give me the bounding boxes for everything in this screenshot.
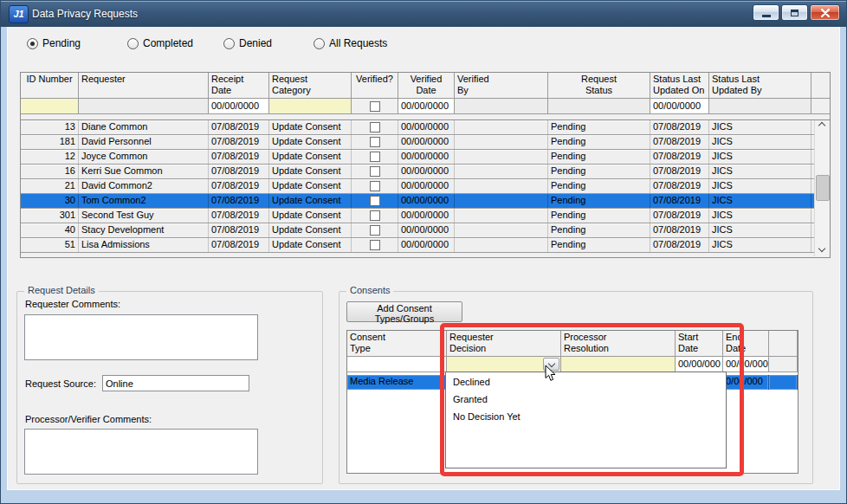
column-header[interactable]: Status Last Updated By <box>709 73 811 99</box>
cell <box>769 375 798 390</box>
cell: 07/08/2019 <box>209 165 269 178</box>
vertical-scrollbar[interactable] <box>814 120 829 256</box>
cell: David Personnel <box>79 135 209 149</box>
table-row[interactable]: 40Stacy Development07/08/2019Update Cons… <box>21 223 814 238</box>
column-header[interactable]: Processor Resolution <box>561 331 676 357</box>
cell <box>455 238 548 252</box>
column-header[interactable]: Receipt Date <box>209 73 269 99</box>
radio-circle-icon <box>223 38 235 49</box>
radio-option-denied[interactable]: Denied <box>223 37 272 49</box>
requester-decision-dropdown-button[interactable] <box>543 358 559 371</box>
scroll-down-button[interactable] <box>815 242 829 256</box>
filter-cell[interactable] <box>21 99 79 114</box>
titlebar[interactable]: J1 Data Privacy Requests <box>1 1 846 27</box>
add-consent-types-button[interactable]: Add Consent Types/Groups <box>346 301 462 322</box>
cell: 21 <box>21 179 79 193</box>
column-header[interactable]: Status Last Updated On <box>650 73 709 99</box>
column-header[interactable]: Requester Decision <box>447 331 561 357</box>
column-header[interactable]: End Date <box>723 331 769 357</box>
cell <box>352 194 398 208</box>
verified-checkbox[interactable] <box>370 240 380 250</box>
table-row[interactable]: 30Tom Common207/08/2019Update Consent00/… <box>21 194 814 209</box>
table-row[interactable]: 12Joyce Common07/08/2019Update Consent00… <box>21 150 814 165</box>
filter-cell[interactable]: 00/00/0000 <box>650 99 709 114</box>
column-header[interactable]: Start Date <box>676 331 723 357</box>
radio-option-pending[interactable]: Pending <box>27 37 81 49</box>
filter-cell[interactable]: 00/00/0000 <box>209 99 269 114</box>
column-header[interactable]: ID Number <box>21 73 79 99</box>
dropdown-option[interactable]: Granted <box>446 391 726 408</box>
dropdown-option[interactable]: No Decision Yet <box>446 408 726 425</box>
filter-cell[interactable] <box>347 357 447 372</box>
verified-checkbox[interactable] <box>370 152 380 162</box>
column-header[interactable]: Requester <box>79 73 209 99</box>
close-button[interactable] <box>810 4 840 21</box>
column-header[interactable] <box>769 331 798 357</box>
cell: 07/08/2019 <box>650 238 709 252</box>
radio-circle-icon <box>127 38 139 49</box>
requests-grid-filter-row: 00/00/000000/00/000000/00/0000 <box>21 99 830 114</box>
column-header[interactable]: Verified Date <box>398 73 455 99</box>
cell <box>352 135 398 149</box>
maximize-button[interactable] <box>781 4 808 21</box>
filter-cell[interactable] <box>447 357 561 372</box>
cell <box>352 120 398 134</box>
table-row[interactable]: 301Second Test Guy07/08/2019Update Conse… <box>21 209 814 223</box>
cell: 07/08/2019 <box>650 223 709 237</box>
requester-comments-textarea[interactable] <box>24 314 258 360</box>
filter-cell <box>769 357 798 372</box>
radio-option-all-requests[interactable]: All Requests <box>314 37 387 49</box>
column-header[interactable]: Verified? <box>352 73 398 99</box>
scroll-thumb[interactable] <box>816 175 830 201</box>
cell: 07/08/2019 <box>209 120 269 134</box>
filter-cell[interactable]: 00/00/0000 <box>398 99 455 114</box>
grid-separator <box>21 114 830 120</box>
cell: 181 <box>21 135 79 149</box>
table-row[interactable]: 21David Common207/08/2019Update Consent0… <box>21 179 814 194</box>
header-filler <box>811 99 830 114</box>
filter-cell[interactable] <box>561 357 676 372</box>
table-row[interactable]: 51Lisa Admissions07/08/2019Update Consen… <box>21 238 814 253</box>
minimize-button[interactable] <box>753 4 779 21</box>
verified-checkbox[interactable] <box>370 225 380 236</box>
cell: 00/00/0000 <box>398 223 455 237</box>
verified-checkbox[interactable] <box>370 137 380 147</box>
dropdown-option[interactable]: Declined <box>446 373 726 391</box>
verified-filter-checkbox[interactable] <box>370 101 380 112</box>
table-row[interactable]: 13Diane Common07/08/2019Update Consent00… <box>21 120 814 135</box>
table-row[interactable]: 16Kerri Sue Common07/08/2019Update Conse… <box>21 165 814 179</box>
cell: Pending <box>548 209 650 223</box>
cell: Pending <box>548 223 650 237</box>
column-header[interactable]: Verified By <box>455 73 548 99</box>
column-header[interactable]: Request Category <box>269 73 352 99</box>
cell: JICS <box>709 179 811 193</box>
cell: 16 <box>21 165 79 178</box>
filter-cell[interactable] <box>269 99 352 114</box>
cell <box>352 150 398 164</box>
radio-option-completed[interactable]: Completed <box>127 37 193 49</box>
column-header[interactable]: Request Status <box>548 73 650 99</box>
filter-cell[interactable]: 00/00/000 <box>676 357 723 372</box>
verified-checkbox[interactable] <box>370 210 380 221</box>
cell: 07/08/2019 <box>650 179 709 193</box>
request-source-input[interactable] <box>102 375 249 391</box>
table-row[interactable]: 181David Personnel07/08/2019Update Conse… <box>21 135 814 150</box>
requester-comments-label: Requester Comments: <box>25 299 120 309</box>
group-title: Request Details <box>24 285 99 295</box>
radio-label: Pending <box>42 37 81 49</box>
processor-comments-textarea[interactable] <box>24 429 258 475</box>
filter-cell[interactable] <box>352 99 398 114</box>
scroll-up-button[interactable] <box>815 120 829 134</box>
verified-checkbox[interactable] <box>370 196 380 206</box>
cell: Pending <box>548 179 650 193</box>
app-icon: J1 <box>9 5 29 23</box>
filter-cell[interactable]: 00/00/000 <box>723 357 769 372</box>
verified-checkbox[interactable] <box>370 166 380 177</box>
radio-label: Completed <box>143 37 193 49</box>
verified-checkbox[interactable] <box>370 181 380 191</box>
column-header[interactable]: Consent Type <box>347 331 447 357</box>
verified-checkbox[interactable] <box>370 122 380 132</box>
cell: Update Consent <box>269 238 352 252</box>
header-filler <box>811 73 830 99</box>
cell: Update Consent <box>269 120 352 134</box>
